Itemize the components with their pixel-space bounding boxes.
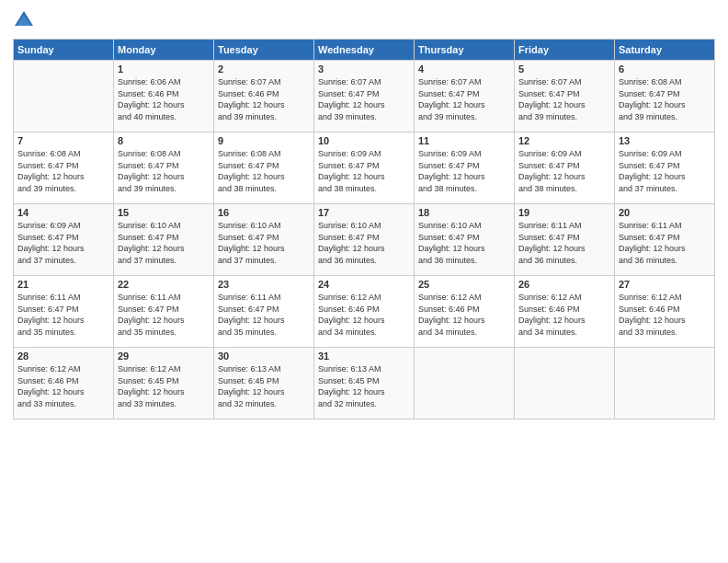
calendar-cell bbox=[415, 348, 515, 419]
day-info: Sunrise: 6:07 AMSunset: 6:47 PMDaylight:… bbox=[318, 76, 410, 122]
day-info: Sunrise: 6:08 AMSunset: 6:47 PMDaylight:… bbox=[218, 148, 310, 194]
calendar-cell: 19Sunrise: 6:11 AMSunset: 6:47 PMDayligh… bbox=[515, 204, 615, 276]
day-info: Sunrise: 6:06 AMSunset: 6:46 PMDaylight:… bbox=[118, 76, 210, 122]
calendar-cell: 5Sunrise: 6:07 AMSunset: 6:47 PMDaylight… bbox=[515, 61, 615, 132]
calendar-cell bbox=[515, 348, 615, 419]
day-number: 4 bbox=[418, 63, 510, 75]
day-info: Sunrise: 6:11 AMSunset: 6:47 PMDaylight:… bbox=[17, 292, 109, 338]
calendar-cell: 25Sunrise: 6:12 AMSunset: 6:46 PMDayligh… bbox=[415, 276, 515, 348]
calendar-cell: 22Sunrise: 6:11 AMSunset: 6:47 PMDayligh… bbox=[114, 276, 214, 348]
day-info: Sunrise: 6:08 AMSunset: 6:47 PMDaylight:… bbox=[619, 76, 711, 122]
day-number: 12 bbox=[518, 135, 610, 146]
calendar-cell: 6Sunrise: 6:08 AMSunset: 6:47 PMDaylight… bbox=[615, 61, 715, 132]
calendar-cell: 13Sunrise: 6:09 AMSunset: 6:47 PMDayligh… bbox=[615, 132, 715, 204]
calendar-cell: 7Sunrise: 6:08 AMSunset: 6:47 PMDaylight… bbox=[14, 132, 114, 204]
day-info: Sunrise: 6:10 AMSunset: 6:47 PMDaylight:… bbox=[318, 220, 410, 266]
day-info: Sunrise: 6:12 AMSunset: 6:46 PMDaylight:… bbox=[518, 292, 610, 338]
calendar-cell bbox=[14, 61, 114, 132]
day-number: 27 bbox=[619, 279, 711, 290]
day-info: Sunrise: 6:12 AMSunset: 6:45 PMDaylight:… bbox=[118, 363, 210, 409]
day-number: 17 bbox=[318, 207, 410, 218]
day-info: Sunrise: 6:12 AMSunset: 6:46 PMDaylight:… bbox=[619, 292, 711, 338]
header-sunday: Sunday bbox=[14, 40, 114, 61]
day-number: 21 bbox=[17, 279, 109, 290]
day-info: Sunrise: 6:10 AMSunset: 6:47 PMDaylight:… bbox=[418, 220, 510, 266]
calendar-cell: 8Sunrise: 6:08 AMSunset: 6:47 PMDaylight… bbox=[114, 132, 214, 204]
calendar-cell: 28Sunrise: 6:12 AMSunset: 6:46 PMDayligh… bbox=[14, 348, 114, 419]
day-number: 28 bbox=[17, 350, 109, 362]
calendar-cell: 15Sunrise: 6:10 AMSunset: 6:47 PMDayligh… bbox=[114, 204, 214, 276]
day-number: 3 bbox=[318, 63, 410, 75]
day-info: Sunrise: 6:09 AMSunset: 6:47 PMDaylight:… bbox=[518, 148, 610, 194]
day-info: Sunrise: 6:12 AMSunset: 6:46 PMDaylight:… bbox=[17, 363, 109, 409]
calendar-cell: 11Sunrise: 6:09 AMSunset: 6:47 PMDayligh… bbox=[415, 132, 515, 204]
day-number: 11 bbox=[418, 135, 510, 146]
weekday-header-row: Sunday Monday Tuesday Wednesday Thursday… bbox=[14, 40, 715, 61]
header bbox=[13, 9, 715, 31]
calendar-cell: 12Sunrise: 6:09 AMSunset: 6:47 PMDayligh… bbox=[515, 132, 615, 204]
calendar-cell: 27Sunrise: 6:12 AMSunset: 6:46 PMDayligh… bbox=[615, 276, 715, 348]
calendar-cell: 20Sunrise: 6:11 AMSunset: 6:47 PMDayligh… bbox=[615, 204, 715, 276]
day-info: Sunrise: 6:11 AMSunset: 6:47 PMDaylight:… bbox=[619, 220, 711, 266]
day-number: 30 bbox=[218, 350, 310, 362]
calendar-cell: 17Sunrise: 6:10 AMSunset: 6:47 PMDayligh… bbox=[314, 204, 415, 276]
header-tuesday: Tuesday bbox=[214, 40, 314, 61]
day-info: Sunrise: 6:13 AMSunset: 6:45 PMDaylight:… bbox=[318, 363, 410, 409]
calendar-cell: 30Sunrise: 6:13 AMSunset: 6:45 PMDayligh… bbox=[214, 348, 314, 419]
day-number: 14 bbox=[17, 207, 109, 218]
header-wednesday: Wednesday bbox=[314, 40, 415, 61]
day-info: Sunrise: 6:09 AMSunset: 6:47 PMDaylight:… bbox=[619, 148, 711, 194]
logo-icon bbox=[13, 9, 35, 31]
calendar-table: Sunday Monday Tuesday Wednesday Thursday… bbox=[13, 39, 715, 419]
day-number: 31 bbox=[318, 350, 410, 362]
day-number: 6 bbox=[619, 63, 711, 75]
header-saturday: Saturday bbox=[615, 40, 715, 61]
calendar-cell bbox=[615, 348, 715, 419]
week-row-4: 21Sunrise: 6:11 AMSunset: 6:47 PMDayligh… bbox=[14, 276, 715, 348]
calendar-cell: 24Sunrise: 6:12 AMSunset: 6:46 PMDayligh… bbox=[314, 276, 415, 348]
day-number: 2 bbox=[218, 63, 310, 75]
calendar-cell: 26Sunrise: 6:12 AMSunset: 6:46 PMDayligh… bbox=[515, 276, 615, 348]
calendar-cell: 31Sunrise: 6:13 AMSunset: 6:45 PMDayligh… bbox=[314, 348, 415, 419]
calendar-cell: 16Sunrise: 6:10 AMSunset: 6:47 PMDayligh… bbox=[214, 204, 314, 276]
header-thursday: Thursday bbox=[415, 40, 515, 61]
calendar-cell: 10Sunrise: 6:09 AMSunset: 6:47 PMDayligh… bbox=[314, 132, 415, 204]
day-number: 7 bbox=[17, 135, 109, 146]
day-number: 23 bbox=[218, 279, 310, 290]
week-row-2: 7Sunrise: 6:08 AMSunset: 6:47 PMDaylight… bbox=[14, 132, 715, 204]
calendar-cell: 21Sunrise: 6:11 AMSunset: 6:47 PMDayligh… bbox=[14, 276, 114, 348]
day-number: 10 bbox=[318, 135, 410, 146]
day-info: Sunrise: 6:07 AMSunset: 6:47 PMDaylight:… bbox=[418, 76, 510, 122]
day-info: Sunrise: 6:10 AMSunset: 6:47 PMDaylight:… bbox=[218, 220, 310, 266]
day-info: Sunrise: 6:09 AMSunset: 6:47 PMDaylight:… bbox=[17, 220, 109, 266]
calendar-cell: 4Sunrise: 6:07 AMSunset: 6:47 PMDaylight… bbox=[415, 61, 515, 132]
day-info: Sunrise: 6:08 AMSunset: 6:47 PMDaylight:… bbox=[17, 148, 109, 194]
day-number: 16 bbox=[218, 207, 310, 218]
day-info: Sunrise: 6:11 AMSunset: 6:47 PMDaylight:… bbox=[518, 220, 610, 266]
page: Sunday Monday Tuesday Wednesday Thursday… bbox=[0, 0, 728, 563]
day-number: 8 bbox=[118, 135, 210, 146]
week-row-1: 1Sunrise: 6:06 AMSunset: 6:46 PMDaylight… bbox=[14, 61, 715, 132]
calendar-cell: 3Sunrise: 6:07 AMSunset: 6:47 PMDaylight… bbox=[314, 61, 415, 132]
day-info: Sunrise: 6:07 AMSunset: 6:46 PMDaylight:… bbox=[218, 76, 310, 122]
week-row-3: 14Sunrise: 6:09 AMSunset: 6:47 PMDayligh… bbox=[14, 204, 715, 276]
day-number: 24 bbox=[318, 279, 410, 290]
day-number: 26 bbox=[518, 279, 610, 290]
calendar-cell: 18Sunrise: 6:10 AMSunset: 6:47 PMDayligh… bbox=[415, 204, 515, 276]
day-number: 13 bbox=[619, 135, 711, 146]
calendar-cell: 23Sunrise: 6:11 AMSunset: 6:47 PMDayligh… bbox=[214, 276, 314, 348]
header-friday: Friday bbox=[515, 40, 615, 61]
calendar-cell: 2Sunrise: 6:07 AMSunset: 6:46 PMDaylight… bbox=[214, 61, 314, 132]
header-monday: Monday bbox=[114, 40, 214, 61]
day-number: 5 bbox=[518, 63, 610, 75]
day-number: 19 bbox=[518, 207, 610, 218]
day-info: Sunrise: 6:12 AMSunset: 6:46 PMDaylight:… bbox=[318, 292, 410, 338]
day-number: 20 bbox=[619, 207, 711, 218]
day-info: Sunrise: 6:08 AMSunset: 6:47 PMDaylight:… bbox=[118, 148, 210, 194]
logo bbox=[13, 9, 39, 31]
day-info: Sunrise: 6:09 AMSunset: 6:47 PMDaylight:… bbox=[418, 148, 510, 194]
day-info: Sunrise: 6:09 AMSunset: 6:47 PMDaylight:… bbox=[318, 148, 410, 194]
day-info: Sunrise: 6:11 AMSunset: 6:47 PMDaylight:… bbox=[118, 292, 210, 338]
calendar-cell: 1Sunrise: 6:06 AMSunset: 6:46 PMDaylight… bbox=[114, 61, 214, 132]
week-row-5: 28Sunrise: 6:12 AMSunset: 6:46 PMDayligh… bbox=[14, 348, 715, 419]
